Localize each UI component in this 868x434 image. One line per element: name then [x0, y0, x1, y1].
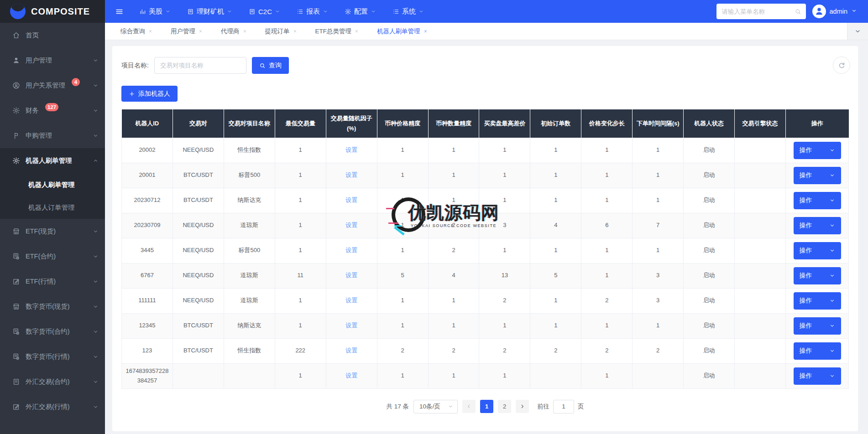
main-content: 项目名称: 查询 添加机器人 机器人ID交易对交易对项目名称最低交易量交易量随机… [105, 40, 868, 434]
cell-min-volume: 11 [275, 263, 326, 288]
set-random-factor-link[interactable]: 设置 [345, 272, 357, 279]
close-icon[interactable] [243, 29, 247, 33]
cell-order-interval: 7 [633, 213, 684, 238]
nav-menus: 美股理财矿机C2C报表配置系统 [139, 7, 424, 16]
cell-robot-status: 启动 [684, 213, 735, 238]
nav-menu-reports[interactable]: 报表 [297, 7, 328, 16]
row-action-button[interactable]: 操作 [794, 217, 841, 234]
row-action-button[interactable]: 操作 [794, 192, 841, 209]
cell-init-orders [530, 363, 581, 388]
page-number-1[interactable]: 1 [480, 400, 493, 413]
user-menu[interactable]: admin [812, 5, 861, 18]
nav-menu-config[interactable]: 配置 [345, 7, 376, 16]
set-random-factor-link[interactable]: 设置 [345, 196, 357, 203]
set-random-factor-link[interactable]: 设置 [345, 322, 357, 329]
goto-page-input[interactable] [553, 400, 574, 413]
row-action-button[interactable]: 操作 [794, 292, 841, 310]
tab-robot-trading[interactable]: 机器人刷单管理 [368, 23, 437, 40]
prev-page-button[interactable] [462, 400, 476, 413]
next-page-button[interactable] [516, 400, 529, 413]
column-header: 价格变化步长 [581, 109, 633, 138]
tab-composite-query[interactable]: 综合查询 [111, 23, 162, 40]
search-icon[interactable] [795, 8, 801, 15]
close-icon[interactable] [424, 29, 428, 33]
nav-menu-us-stocks[interactable]: 美股 [139, 7, 171, 16]
page-size-select[interactable]: 10条/页 [413, 400, 458, 413]
brand-logo: COMPOSITE [0, 0, 105, 23]
set-random-factor-link[interactable]: 设置 [345, 297, 357, 304]
nav-menu-system[interactable]: 系统 [392, 7, 424, 16]
chevron-down-icon [829, 298, 835, 304]
close-icon[interactable] [199, 29, 203, 33]
tab-agent[interactable]: 代理商 [212, 23, 256, 40]
set-random-factor-link[interactable]: 设置 [345, 222, 357, 228]
close-icon[interactable] [355, 29, 359, 33]
row-action-button[interactable]: 操作 [794, 317, 841, 335]
set-random-factor-link[interactable]: 设置 [345, 247, 357, 253]
tab-withdraw-orders[interactable]: 提现订单 [256, 23, 306, 40]
sidebar-item-crypto-contract[interactable]: 数字货币(合约) [0, 319, 105, 344]
sidebar-item-finance[interactable]: 财务127 [0, 98, 105, 123]
chevron-down-icon [829, 348, 835, 354]
cell-price-step: 1 [581, 238, 633, 263]
chevron-down-icon [93, 57, 99, 63]
sidebar-item-home[interactable]: 首页 [0, 23, 105, 48]
row-action-button[interactable]: 操作 [794, 242, 841, 259]
cell-init-orders: 1 [530, 313, 581, 338]
nav-menu-c2c[interactable]: C2C [249, 8, 280, 16]
close-icon[interactable] [293, 29, 297, 33]
close-icon[interactable] [148, 29, 152, 33]
cell-robot-status: 启动 [684, 338, 735, 363]
chevron-down-icon [829, 248, 835, 253]
cell-robot-id: 1674839357228384257 [122, 363, 173, 388]
menu-search-input[interactable] [722, 8, 795, 15]
brand-logo-icon [10, 4, 26, 19]
edit-icon [12, 403, 20, 411]
row-action-button[interactable]: 操作 [794, 167, 841, 184]
sidebar-item-forex-market[interactable]: 外汇交易(行情) [0, 394, 105, 419]
shop-icon [12, 227, 20, 235]
query-button[interactable]: 查询 [252, 57, 289, 74]
sidebar-item-user-relations[interactable]: 用户关系管理4 [0, 73, 105, 98]
cell-engine-status [735, 313, 786, 338]
refresh-button[interactable] [833, 57, 850, 74]
sidebar-item-subscription[interactable]: 申购管理 [0, 123, 105, 148]
chevron-down-icon [829, 222, 835, 228]
set-random-factor-link[interactable]: 设置 [345, 171, 357, 178]
menu-toggle-icon[interactable] [115, 7, 124, 16]
set-random-factor-link[interactable]: 设置 [345, 146, 357, 153]
chevron-down-icon [93, 304, 99, 310]
chevron-down-icon [93, 354, 99, 360]
set-random-factor-link[interactable]: 设置 [345, 347, 357, 354]
tab-etf-category[interactable]: ETF总类管理 [306, 23, 368, 40]
sidebar-item-etf-market[interactable]: ETF(行情) [0, 269, 105, 294]
sidebar-subitem-robot-order-manage[interactable]: 机器人订单管理 [0, 196, 105, 219]
sidebar-item-etf-spot[interactable]: ETF(现货) [0, 219, 105, 244]
cell-random-factor: 设置 [326, 238, 377, 263]
row-action-button[interactable]: 操作 [794, 342, 841, 360]
sidebar-item-robot-trading[interactable]: 机器人刷单管理 [0, 148, 105, 173]
cell-actions: 操作 [786, 338, 849, 363]
nav-menu-wealth-mining[interactable]: 理财矿机 [187, 7, 232, 16]
sidebar-subitem-robot-trading-manage[interactable]: 机器人刷单管理 [0, 173, 105, 196]
project-name-input[interactable] [154, 57, 246, 74]
sidebar-item-etf-contract[interactable]: ETF(合约) [0, 244, 105, 269]
row-action-button[interactable]: 操作 [794, 367, 841, 385]
page-number-2[interactable]: 2 [498, 400, 511, 413]
cell-price-step: 6 [581, 213, 633, 238]
cell-actions: 操作 [786, 163, 849, 188]
cell-robot-id: 20230709 [122, 213, 173, 238]
add-robot-button[interactable]: 添加机器人 [121, 86, 178, 102]
sidebar-item-forex-contract[interactable]: 外汇交易(合约) [0, 369, 105, 394]
cell-robot-status: 启动 [684, 288, 735, 313]
row-action-button[interactable]: 操作 [794, 142, 841, 159]
sidebar-item-user-management[interactable]: 用户管理 [0, 48, 105, 73]
set-random-factor-link[interactable]: 设置 [345, 372, 357, 379]
cell-init-orders: 1 [530, 188, 581, 213]
cell-max-spread: 1 [479, 138, 530, 163]
tab-user-management[interactable]: 用户管理 [162, 23, 212, 40]
row-action-button[interactable]: 操作 [794, 267, 841, 284]
sidebar-item-crypto-spot[interactable]: 数字货币(现货) [0, 294, 105, 319]
sidebar-item-crypto-market[interactable]: 数字货币(行情) [0, 344, 105, 369]
tab-overflow-button[interactable] [847, 23, 868, 40]
